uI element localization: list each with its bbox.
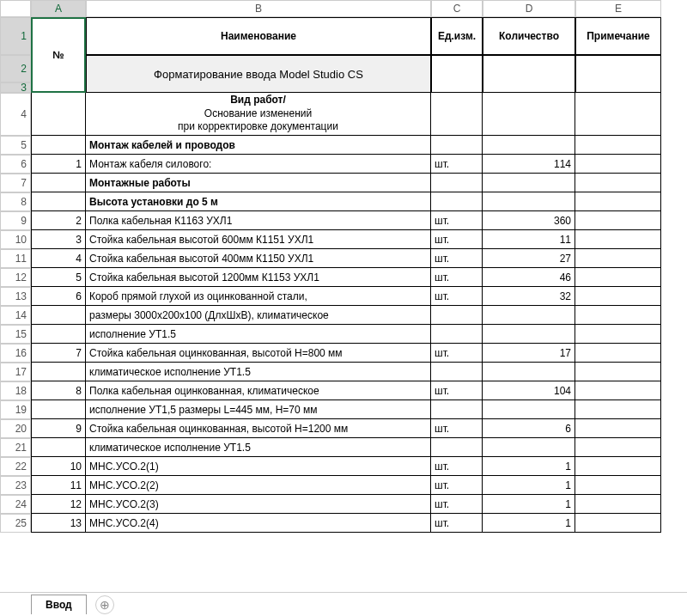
cell-E23[interactable] — [575, 476, 661, 495]
row-header-23[interactable]: 23 — [0, 476, 31, 495]
row-header-15[interactable]: 15 — [0, 325, 31, 344]
cell-E19[interactable] — [575, 400, 661, 419]
cell-B7[interactable]: Монтажные работы — [86, 174, 431, 192]
cell-D4[interactable] — [483, 93, 575, 136]
cell-B4-subheader[interactable]: Вид работ/ Основание изменений при корре… — [86, 93, 431, 136]
cell-C22[interactable]: шт. — [431, 457, 483, 476]
row-header-2[interactable]: 2 — [0, 55, 31, 82]
cell-C1-unit-header[interactable]: Ед.изм. — [431, 17, 483, 55]
cell-D11[interactable]: 27 — [483, 249, 575, 268]
row-header-16[interactable]: 16 — [0, 344, 31, 363]
cell-A12[interactable]: 5 — [31, 268, 86, 287]
cell-C15[interactable] — [431, 325, 483, 344]
cell-D9[interactable]: 360 — [483, 211, 575, 230]
cell-E13[interactable] — [575, 287, 661, 306]
cell-D15[interactable] — [483, 325, 575, 344]
row-header-21[interactable]: 21 — [0, 438, 31, 457]
cell-A22[interactable]: 10 — [31, 457, 86, 476]
cell-B11[interactable]: Стойка кабельная высотой 400мм К1150 УХЛ… — [86, 249, 431, 268]
new-sheet-button[interactable]: ⊕ — [95, 595, 114, 614]
cell-B24[interactable]: МНС.УСО.2(3) — [86, 495, 431, 514]
cell-A20[interactable]: 9 — [31, 419, 86, 438]
cell-E15[interactable] — [575, 325, 661, 344]
cell-B16[interactable]: Стойка кабельная оцинкованная, высотой H… — [86, 344, 431, 363]
cell-B6[interactable]: Монтаж кабеля силового: — [86, 155, 431, 174]
row-header-25[interactable]: 25 — [0, 514, 31, 533]
cell-A21[interactable] — [31, 438, 86, 457]
cell-E9[interactable] — [575, 211, 661, 230]
cell-C13[interactable]: шт. — [431, 287, 483, 306]
cell-C16[interactable]: шт. — [431, 344, 483, 363]
cell-C19[interactable] — [431, 400, 483, 419]
cell-A15[interactable] — [31, 325, 86, 344]
cell-C21[interactable] — [431, 438, 483, 457]
col-header-E[interactable]: E — [575, 0, 661, 17]
row-header-17[interactable]: 17 — [0, 363, 31, 381]
row-header-24[interactable]: 24 — [0, 495, 31, 514]
cell-B5[interactable]: Монтаж кабелей и проводов — [86, 136, 431, 155]
cell-D21[interactable] — [483, 438, 575, 457]
cell-E21[interactable] — [575, 438, 661, 457]
cell-B9[interactable]: Полка кабельная К1163 УХЛ1 — [86, 211, 431, 230]
cell-C11[interactable]: шт. — [431, 249, 483, 268]
cell-D14[interactable] — [483, 306, 575, 325]
cell-D7[interactable] — [483, 174, 575, 192]
cell-D6[interactable]: 114 — [483, 155, 575, 174]
col-header-B[interactable]: B — [86, 0, 431, 17]
cell-D16[interactable]: 17 — [483, 344, 575, 363]
cell-D25[interactable]: 1 — [483, 514, 575, 533]
format-input-button[interactable]: Форматирование ввода Model Studio CS — [86, 55, 431, 93]
cell-A24[interactable]: 12 — [31, 495, 86, 514]
cell-C23[interactable]: шт. — [431, 476, 483, 495]
cell-D1-qty-header[interactable]: Количество — [483, 17, 575, 55]
row-header-18[interactable]: 18 — [0, 381, 31, 400]
cell-C6[interactable]: шт. — [431, 155, 483, 174]
cell-D20[interactable]: 6 — [483, 419, 575, 438]
cell-D13[interactable]: 32 — [483, 287, 575, 306]
row-header-13[interactable]: 13 — [0, 287, 31, 306]
cell-D10[interactable]: 11 — [483, 230, 575, 249]
cell-C4[interactable] — [431, 93, 483, 136]
cell-D12[interactable]: 46 — [483, 268, 575, 287]
cell-A23[interactable]: 11 — [31, 476, 86, 495]
cell-B17[interactable]: климатическое исполнение УТ1.5 — [86, 363, 431, 381]
row-header-14[interactable]: 14 — [0, 306, 31, 325]
cell-E16[interactable] — [575, 344, 661, 363]
cell-D18[interactable]: 104 — [483, 381, 575, 400]
cell-B8[interactable]: Высота установки до 5 м — [86, 192, 431, 211]
cell-A10[interactable]: 3 — [31, 230, 86, 249]
cell-B18[interactable]: Полка кабельная оцинкованная, климатичес… — [86, 381, 431, 400]
col-header-D[interactable]: D — [483, 0, 575, 17]
cell-A19[interactable] — [31, 400, 86, 419]
cell-E2[interactable] — [575, 55, 661, 93]
cell-A16[interactable]: 7 — [31, 344, 86, 363]
cell-B14[interactable]: размеры 3000х200х100 (ДлхШхВ), климатиче… — [86, 306, 431, 325]
cell-D19[interactable] — [483, 400, 575, 419]
cell-D2[interactable] — [483, 55, 575, 93]
row-header-19[interactable]: 19 — [0, 400, 31, 419]
cell-E4[interactable] — [575, 93, 661, 136]
row-header-3[interactable]: 3 — [0, 82, 31, 93]
cell-E6[interactable] — [575, 155, 661, 174]
cell-B25[interactable]: МНС.УСО.2(4) — [86, 514, 431, 533]
cell-C8[interactable] — [431, 192, 483, 211]
cell-D24[interactable]: 1 — [483, 495, 575, 514]
cell-E11[interactable] — [575, 249, 661, 268]
cell-C5[interactable] — [431, 136, 483, 155]
cell-B1-name-header[interactable]: Наименование — [86, 17, 431, 55]
row-header-22[interactable]: 22 — [0, 457, 31, 476]
cell-A9[interactable]: 2 — [31, 211, 86, 230]
cell-D23[interactable]: 1 — [483, 476, 575, 495]
cell-B22[interactable]: МНС.УСО.2(1) — [86, 457, 431, 476]
cell-E10[interactable] — [575, 230, 661, 249]
cell-A25[interactable]: 13 — [31, 514, 86, 533]
cell-C20[interactable]: шт. — [431, 419, 483, 438]
row-header-8[interactable]: 8 — [0, 192, 31, 211]
cell-C2[interactable] — [431, 55, 483, 93]
row-header-6[interactable]: 6 — [0, 155, 31, 174]
cell-D8[interactable] — [483, 192, 575, 211]
cell-B20[interactable]: Стойка кабельная оцинкованная, высотой H… — [86, 419, 431, 438]
cell-E22[interactable] — [575, 457, 661, 476]
cell-C25[interactable]: шт. — [431, 514, 483, 533]
cell-D22[interactable]: 1 — [483, 457, 575, 476]
